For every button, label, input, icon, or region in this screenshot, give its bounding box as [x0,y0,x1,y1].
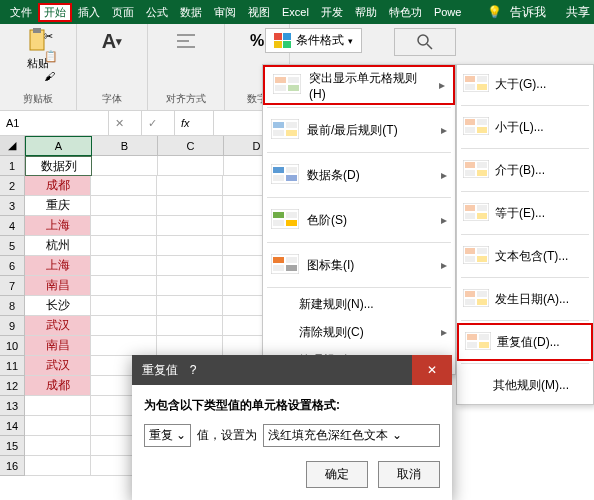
svg-rect-37 [465,76,475,82]
rule-icon [463,203,489,223]
tab-power[interactable]: Powe [428,4,468,20]
row-1[interactable]: 1 [0,156,25,176]
cell-A9[interactable]: 武汉 [25,316,91,336]
submenu-item[interactable]: 发生日期(A)... [457,280,593,318]
row-12[interactable]: 12 [0,376,25,396]
fx-confirm[interactable]: ✓ [142,111,175,135]
cell-A5[interactable]: 杭州 [25,236,91,256]
svg-rect-23 [286,167,297,173]
row-8[interactable]: 8 [0,296,25,316]
rule-icon [273,74,301,96]
submenu-item[interactable]: 小于(L)... [457,108,593,146]
menu-item[interactable]: 清除规则(C)▸ [263,318,455,346]
menu-item[interactable]: 新建规则(N)... [263,290,455,318]
other-rules[interactable]: 其他规则(M)... [457,366,593,404]
menu-item[interactable]: 最前/最后规则(T)▸ [263,110,455,150]
format-painter-icon[interactable]: 🖌 [44,70,55,82]
tab-insert[interactable]: 插入 [72,3,106,22]
tab-special[interactable]: 特色功 [383,3,428,22]
cell-A11[interactable]: 武汉 [25,356,91,376]
svg-rect-22 [273,167,284,173]
fx-icon[interactable]: fx [175,111,214,135]
svg-rect-38 [477,76,487,82]
row-9[interactable]: 9 [0,316,25,336]
svg-rect-12 [275,77,286,83]
menu-item[interactable]: 色阶(S)▸ [263,200,455,240]
tab-data[interactable]: 数据 [174,3,208,22]
col-A[interactable]: A [25,136,92,156]
svg-rect-19 [273,130,284,136]
font-icon[interactable]: A▾ [99,28,125,54]
tab-file[interactable]: 文件 [4,3,38,22]
menu-item[interactable]: 图标集(I)▸ [263,245,455,285]
search-icon [417,34,433,50]
cell-A12[interactable]: 成都 [25,376,91,396]
conditional-format-button[interactable]: 条件格式▾ [265,28,362,53]
share-button[interactable]: 共享 [566,4,590,21]
svg-rect-70 [479,342,489,348]
tab-excel[interactable]: Excel [276,4,315,20]
name-box[interactable]: A1 [0,111,109,135]
close-icon[interactable]: ✕ [412,355,452,385]
row-3[interactable]: 3 [0,196,25,216]
row-2[interactable]: 2 [0,176,25,196]
tab-view[interactable]: 视图 [242,3,276,22]
cf-menu: 突出显示单元格规则(H)▸最前/最后规则(T)▸数据条(D)▸色阶(S)▸图标集… [262,64,456,375]
cell-A8[interactable]: 长沙 [25,296,91,316]
col-C[interactable]: C [158,136,224,156]
cancel-button[interactable]: 取消 [378,461,440,488]
svg-rect-59 [465,256,475,262]
submenu-item[interactable]: 文本包含(T)... [457,237,593,275]
cell-A4[interactable]: 上海 [25,216,91,236]
cell-A2[interactable]: 成都 [25,176,91,196]
tab-help[interactable]: 帮助 [349,3,383,22]
copy-icon[interactable]: 📋 [44,50,58,63]
submenu-item[interactable]: 重复值(D)... [457,323,593,361]
row-10[interactable]: 10 [0,336,25,356]
tab-review[interactable]: 审阅 [208,3,242,22]
svg-rect-58 [477,248,487,254]
ok-button[interactable]: 确定 [306,461,368,488]
type-select[interactable]: 重复 ⌄ [144,424,191,447]
submenu-item[interactable]: 大于(G)... [457,65,593,103]
rule-icon [465,332,491,352]
tab-dev[interactable]: 开发 [315,3,349,22]
submenu-item[interactable]: 等于(E)... [457,194,593,232]
align-icon[interactable] [173,28,199,54]
lightbulb-icon[interactable]: 💡 [487,5,502,19]
submenu-item[interactable]: 介于(B)... [457,151,593,189]
svg-rect-34 [273,265,284,271]
format-select[interactable]: 浅红填充色深红色文本 ⌄ [263,424,440,447]
svg-rect-63 [477,291,487,297]
row-4[interactable]: 4 [0,216,25,236]
row-6[interactable]: 6 [0,256,25,276]
svg-rect-6 [283,33,291,40]
row-7[interactable]: 7 [0,276,25,296]
svg-rect-17 [273,122,284,128]
select-all[interactable]: ◢ [0,136,25,156]
cell-A6[interactable]: 上海 [25,256,91,276]
tell-me[interactable]: 告诉我 [510,4,546,21]
rule-icon [271,164,299,186]
help-icon[interactable]: ? [178,363,208,377]
cell-A1[interactable]: 数据列 [25,156,92,176]
fx-cancel[interactable]: ✕ [109,111,142,135]
cell-A7[interactable]: 南昌 [25,276,91,296]
tab-layout[interactable]: 页面 [106,3,140,22]
menu-item[interactable]: 数据条(D)▸ [263,155,455,195]
cell-A3[interactable]: 重庆 [25,196,91,216]
col-B[interactable]: B [92,136,158,156]
find-button[interactable] [394,28,456,56]
menu-item[interactable]: 突出显示单元格规则(H)▸ [263,65,455,105]
svg-rect-8 [283,41,291,48]
svg-rect-62 [465,291,475,297]
cut-icon[interactable]: ✂ [44,30,53,43]
svg-rect-67 [467,334,477,340]
tab-formula[interactable]: 公式 [140,3,174,22]
dialog-desc: 为包含以下类型值的单元格设置格式: [144,398,340,412]
tab-home[interactable]: 开始 [38,3,72,22]
svg-rect-24 [273,175,284,181]
row-5[interactable]: 5 [0,236,25,256]
cell-A10[interactable]: 南昌 [25,336,91,356]
row-11[interactable]: 11 [0,356,25,376]
